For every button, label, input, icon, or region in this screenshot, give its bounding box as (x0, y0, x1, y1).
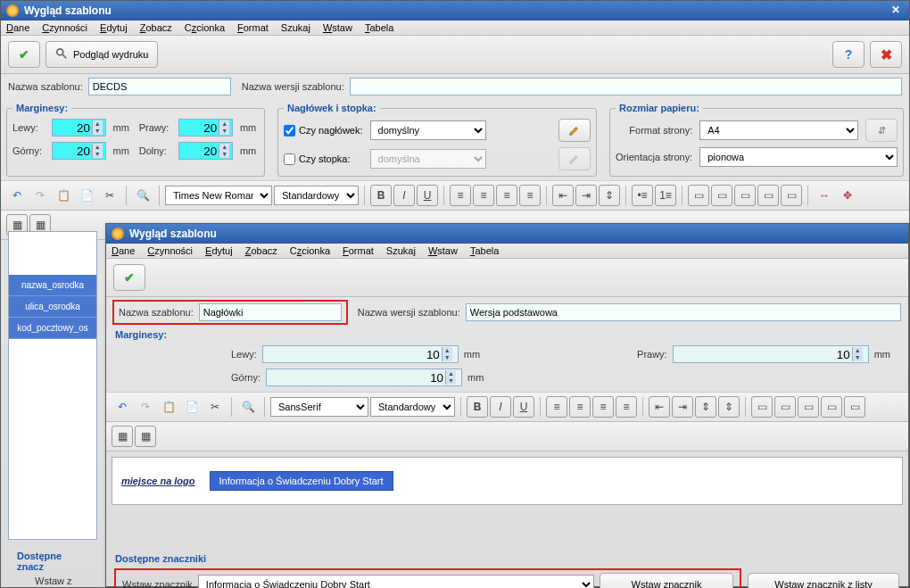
top-margin-input[interactable]: ▲▼ (52, 142, 106, 160)
ok-button[interactable] (8, 41, 40, 68)
format-select[interactable]: A4 (699, 120, 858, 140)
preview-button[interactable]: Podgląd wydruku (46, 41, 158, 68)
ok-button-2[interactable] (113, 264, 145, 291)
paste-icon[interactable]: 📄 (76, 185, 97, 206)
right-margin-input-2[interactable]: ▲▼ (673, 345, 869, 363)
align-justify-icon[interactable]: ≡ (519, 185, 541, 206)
table-grid-icon[interactable]: ▦ (135, 426, 156, 447)
header-checkbox[interactable]: Czy nagłówek: (284, 125, 363, 137)
linespace-icon[interactable]: ⇕ (599, 185, 620, 206)
info-marker-chip[interactable]: Informacja o Świadczeniu Dobry Start (210, 471, 393, 491)
menu-zobacz[interactable]: Zobacz (245, 245, 277, 256)
border-4-icon[interactable]: ▭ (821, 396, 842, 418)
list-bullet-icon[interactable]: •≡ (632, 185, 653, 206)
template-name-input[interactable] (88, 78, 231, 95)
version-input-2[interactable] (466, 303, 901, 321)
border-1-icon[interactable]: ▭ (751, 396, 773, 418)
underline-button[interactable]: U (513, 396, 534, 418)
redo-icon[interactable]: ↷ (135, 396, 156, 418)
insert-marker-from-list-button[interactable]: Wstaw znacznik z listy (748, 573, 899, 588)
align-right-icon[interactable]: ≡ (592, 396, 614, 418)
align-center-icon[interactable]: ≡ (569, 396, 591, 418)
version-input[interactable] (350, 78, 902, 95)
border-5-icon[interactable]: ▭ (844, 396, 865, 418)
border-2-icon[interactable]: ▭ (711, 185, 732, 206)
menu-dane[interactable]: Dane (6, 22, 29, 33)
paste-icon[interactable]: 📄 (181, 396, 203, 418)
copy-icon[interactable]: 📋 (53, 185, 74, 206)
align-right-icon[interactable]: ≡ (496, 185, 517, 206)
table-insert-icon[interactable]: ▦ (112, 426, 133, 447)
indent-inc-icon[interactable]: ⇥ (672, 396, 693, 418)
insert-marker-button[interactable]: Wstaw znacznik (600, 573, 733, 588)
right-margin-input[interactable]: ▲▼ (178, 119, 233, 137)
border-4-icon[interactable]: ▭ (757, 185, 779, 206)
fit-all-icon[interactable]: ✥ (837, 185, 858, 206)
bold-button[interactable]: B (467, 396, 488, 418)
align-justify-icon[interactable]: ≡ (616, 396, 637, 418)
menu-szukaj[interactable]: Szukaj (386, 245, 416, 256)
underline-button[interactable]: U (417, 185, 438, 206)
menu-wstaw[interactable]: Wstaw (428, 245, 458, 256)
header-edit-button[interactable] (558, 119, 591, 142)
help-button[interactable] (832, 41, 864, 68)
indent-dec-icon[interactable]: ⇤ (552, 185, 574, 206)
sidebar-item[interactable]: nazwa_osrodka (9, 275, 96, 296)
menu-czynnosci[interactable]: Czynności (42, 22, 87, 33)
border-3-icon[interactable]: ▭ (734, 185, 756, 206)
left-margin-input[interactable]: ▲▼ (52, 119, 106, 137)
align-left-icon[interactable]: ≡ (546, 396, 567, 418)
border-5-icon[interactable]: ▭ (781, 185, 802, 206)
menu-czynnosci[interactable]: Czynności (147, 245, 193, 256)
left-margin-input-2[interactable]: ▲▼ (262, 345, 459, 363)
menu-tabela[interactable]: Tabela (365, 22, 393, 33)
editor-content[interactable]: miejsce na logo Informacja o Świadczeniu… (112, 457, 903, 505)
menu-czcionka[interactable]: Czcionka (185, 22, 225, 33)
top-margin-input-2[interactable]: ▲▼ (266, 369, 462, 386)
align-left-icon[interactable]: ≡ (450, 185, 471, 206)
menu-format[interactable]: Format (237, 22, 269, 33)
insert-marker-select[interactable]: Informacja o Świadczeniu Dobry Start (198, 575, 594, 588)
bold-button[interactable]: B (370, 185, 392, 206)
font-family-select-2[interactable]: SansSerif (270, 397, 368, 417)
copy-icon[interactable]: 📋 (158, 396, 179, 418)
undo-icon[interactable]: ↶ (112, 396, 133, 418)
border-2-icon[interactable]: ▭ (774, 396, 796, 418)
menu-czcionka[interactable]: Czcionka (290, 245, 330, 256)
indent-dec-icon[interactable]: ⇤ (649, 396, 670, 418)
linespace2-icon[interactable]: ⇕ (718, 396, 740, 418)
close-icon[interactable]: ✕ (888, 4, 904, 18)
menu-wstaw[interactable]: Wstaw (323, 22, 352, 33)
menu-szukaj[interactable]: Szukaj (281, 22, 310, 33)
sidebar-item[interactable]: kod_pocztowy_os (9, 318, 96, 339)
header-select[interactable]: domyślny (370, 120, 486, 140)
menu-zobacz[interactable]: Zobacz (140, 22, 172, 33)
cancel-button[interactable]: ✖ (870, 41, 902, 68)
sidebar-item[interactable]: ulica_osrodka (9, 296, 96, 318)
template-name-input-2[interactable] (199, 303, 342, 321)
linespace-icon[interactable]: ⇕ (695, 396, 716, 418)
menu-edytuj[interactable]: Edytuj (205, 245, 233, 256)
footer-checkbox[interactable]: Czy stopka: (284, 153, 363, 165)
list-number-icon[interactable]: 1≡ (655, 185, 676, 206)
redo-icon[interactable]: ↷ (29, 185, 51, 206)
font-style-select-2[interactable]: Standardowy (370, 397, 455, 417)
zoom-icon[interactable]: 🔍 (132, 185, 153, 206)
align-center-icon[interactable]: ≡ (473, 185, 494, 206)
menu-format[interactable]: Format (343, 245, 374, 256)
undo-icon[interactable]: ↶ (6, 185, 28, 206)
italic-button[interactable]: I (393, 185, 415, 206)
indent-inc-icon[interactable]: ⇥ (575, 185, 597, 206)
menu-tabela[interactable]: Tabela (470, 245, 499, 256)
bottom-margin-input[interactable]: ▲▼ (178, 142, 233, 160)
font-style-select[interactable]: Standardowy (274, 186, 359, 205)
orient-select[interactable]: pionowa (699, 147, 898, 167)
fit-width-icon[interactable]: ↔ (814, 185, 835, 206)
font-family-select[interactable]: Times New Roman (165, 186, 272, 205)
border-3-icon[interactable]: ▭ (798, 396, 819, 418)
menu-edytuj[interactable]: Edytuj (100, 22, 128, 33)
menu-dane[interactable]: Dane (112, 245, 135, 256)
cut-icon[interactable]: ✂ (99, 185, 120, 206)
border-1-icon[interactable]: ▭ (688, 185, 709, 206)
cut-icon[interactable]: ✂ (204, 396, 226, 418)
